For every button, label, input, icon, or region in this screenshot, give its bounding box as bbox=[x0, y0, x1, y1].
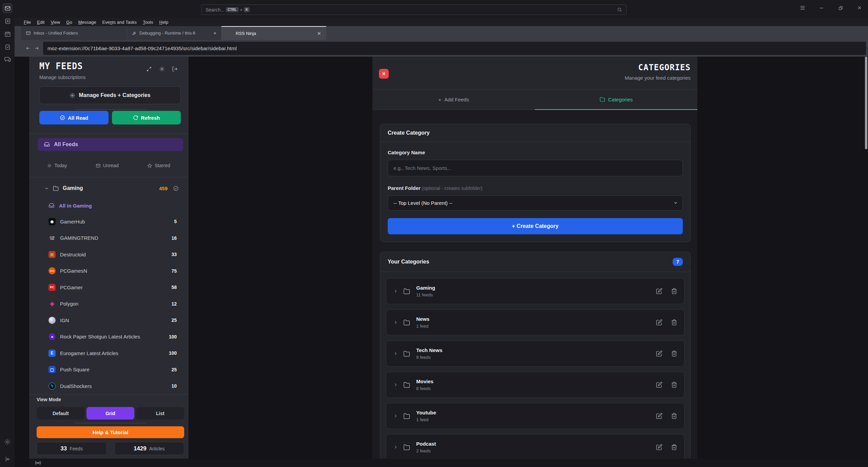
expand-icon[interactable] bbox=[146, 66, 152, 72]
refresh-icon bbox=[133, 115, 138, 120]
all-in-gaming-item[interactable]: All in Gaming bbox=[29, 200, 188, 211]
feed-row[interactable]: E Eurogamer Latest Articles 100 bbox=[29, 345, 188, 362]
menu-item[interactable]: Edit bbox=[34, 20, 47, 25]
chevron-right-icon[interactable] bbox=[393, 382, 398, 387]
chevron-right-icon[interactable] bbox=[393, 413, 398, 419]
address-input[interactable]: moz-extension://0c71b6ae-9033-4a87-ad58-… bbox=[43, 42, 866, 55]
menu-item[interactable]: Message bbox=[75, 20, 99, 25]
feed-row[interactable]: ▣ Destructoid 33 bbox=[29, 246, 188, 263]
forward-icon[interactable] bbox=[32, 45, 41, 51]
tab-close-icon[interactable]: ✕ bbox=[317, 31, 321, 37]
chevron-down-icon[interactable] bbox=[44, 186, 49, 191]
calendar-space-icon[interactable] bbox=[3, 29, 12, 39]
modal-close-button[interactable]: × bbox=[379, 69, 389, 79]
refresh-button[interactable]: Refresh bbox=[112, 111, 181, 124]
trash-icon[interactable] bbox=[671, 382, 677, 388]
filter-starred[interactable]: Starred bbox=[147, 163, 170, 168]
parent-folder-select[interactable]: -- Top Level (No Parent) -- bbox=[388, 195, 683, 211]
trash-icon[interactable] bbox=[671, 288, 677, 294]
menu-item[interactable]: Go bbox=[63, 20, 75, 25]
all-feeds-item[interactable]: All Feeds bbox=[38, 138, 183, 151]
create-category-button[interactable]: + Create Category bbox=[388, 218, 683, 234]
tab-categories[interactable]: Categories bbox=[535, 90, 697, 110]
feed-row[interactable]: » Rock Paper Shotgun Latest Articles 100 bbox=[29, 329, 188, 345]
menu-bar: File Edit View Go Message Events and Tas… bbox=[15, 18, 868, 26]
chevron-right-icon[interactable] bbox=[393, 320, 398, 325]
feed-row[interactable]: ϟ DualShockers 10 bbox=[29, 378, 188, 394]
chevron-right-icon[interactable] bbox=[393, 289, 398, 294]
feed-row[interactable]: GAM TRD GAMINGTREND 16 bbox=[29, 230, 188, 247]
category-row[interactable]: Gaming 11 feeds bbox=[386, 278, 684, 304]
addressbook-space-icon[interactable] bbox=[3, 16, 12, 26]
menu-item[interactable]: File bbox=[21, 20, 34, 25]
menu-item[interactable]: Events and Tasks bbox=[99, 20, 140, 25]
edit-icon[interactable] bbox=[656, 350, 662, 357]
feed-filters: Today Unread Starred bbox=[33, 160, 185, 171]
menu-item[interactable]: Tools bbox=[140, 20, 156, 25]
category-name-input[interactable] bbox=[388, 160, 683, 176]
restore-icon[interactable] bbox=[836, 3, 845, 12]
feed-row[interactable]: ▢ Push Square 25 bbox=[29, 362, 188, 378]
view-mode-button[interactable]: List bbox=[136, 407, 184, 420]
edit-icon[interactable] bbox=[656, 444, 662, 450]
back-icon[interactable] bbox=[23, 45, 32, 51]
tab-add-feeds[interactable]: + Add Feeds bbox=[372, 90, 535, 110]
filter-unread-label: Unread bbox=[103, 163, 119, 168]
edit-icon[interactable] bbox=[656, 413, 662, 419]
logout-icon[interactable] bbox=[172, 66, 178, 72]
feed-icon: ▣ bbox=[49, 251, 56, 258]
tab-rss-ninja[interactable]: RSS Ninja ✕ bbox=[221, 26, 326, 40]
global-search-input[interactable]: Search... CTRL + K bbox=[201, 4, 626, 15]
menu-item[interactable]: Help bbox=[156, 20, 171, 25]
filter-unread[interactable]: Unread bbox=[96, 163, 119, 168]
minimize-icon[interactable] bbox=[817, 3, 826, 12]
mail-space-icon[interactable] bbox=[3, 3, 12, 13]
tab-debugging[interactable]: Debugging - Runtime / this-fi × bbox=[127, 26, 221, 40]
category-row[interactable]: Movies 8 feeds bbox=[386, 372, 684, 398]
all-read-button[interactable]: All Read bbox=[39, 111, 109, 124]
tab-inbox[interactable]: Inbox - Unified Folders bbox=[21, 26, 127, 40]
trash-icon[interactable] bbox=[671, 350, 677, 357]
trash-icon[interactable] bbox=[671, 444, 677, 450]
category-row[interactable]: Youtube 1 feed bbox=[386, 403, 684, 429]
feed-unread-count: 25 bbox=[171, 367, 177, 372]
category-row[interactable]: News 1 feed bbox=[386, 309, 684, 335]
settings-gear-icon[interactable] bbox=[3, 437, 12, 447]
filter-today[interactable]: Today bbox=[47, 163, 67, 168]
help-tutorial-button[interactable]: Help & Tutorial bbox=[37, 426, 184, 438]
view-mode-button[interactable]: Grid bbox=[86, 407, 135, 420]
theme-sun-icon[interactable] bbox=[159, 66, 165, 72]
chevron-right-icon[interactable] bbox=[393, 351, 398, 356]
modal-header: × Categories Manage your feed categories bbox=[372, 57, 697, 89]
collapse-toolbar-icon[interactable] bbox=[3, 454, 12, 464]
trash-icon[interactable] bbox=[671, 413, 677, 419]
filter-starred-label: Starred bbox=[155, 163, 170, 168]
edit-icon[interactable] bbox=[656, 319, 662, 326]
view-mode-label: View Mode bbox=[37, 397, 61, 402]
chat-space-icon[interactable] bbox=[3, 55, 12, 64]
feed-row[interactable]: PC PCGamer 58 bbox=[29, 279, 188, 296]
feed-unread-count: 12 bbox=[171, 301, 177, 307]
trash-icon[interactable] bbox=[671, 319, 677, 326]
feed-row[interactable]: PCG PCGamesN 75 bbox=[29, 263, 188, 279]
edit-icon[interactable] bbox=[656, 288, 662, 294]
app-menu-icon[interactable] bbox=[798, 3, 807, 12]
feed-row[interactable]: IGN 25 bbox=[29, 312, 188, 329]
feed-unread-count: 25 bbox=[171, 317, 177, 323]
manage-feeds-button[interactable]: Manage Feeds + Categories bbox=[39, 86, 181, 104]
chevron-right-icon[interactable] bbox=[393, 445, 398, 450]
feed-row[interactable]: ◉ GamerHub 5 bbox=[29, 213, 188, 230]
mark-read-icon[interactable] bbox=[173, 186, 179, 191]
page-scrollbar-thumb[interactable] bbox=[865, 57, 867, 149]
view-mode-button[interactable]: Default bbox=[37, 407, 85, 420]
category-row[interactable]: Tech News 9 feeds bbox=[386, 340, 684, 367]
tasks-space-icon[interactable] bbox=[3, 42, 12, 52]
feed-row[interactable]: ◈ Polygon 12 bbox=[29, 296, 188, 312]
category-row[interactable]: Podcast 2 feeds bbox=[386, 434, 684, 460]
all-read-label: All Read bbox=[68, 115, 88, 121]
tab-close-icon[interactable]: × bbox=[213, 30, 216, 36]
close-window-icon[interactable] bbox=[855, 3, 864, 12]
edit-icon[interactable] bbox=[656, 382, 662, 388]
menu-item[interactable]: View bbox=[47, 20, 63, 25]
category-gaming-row[interactable]: Gaming 459 bbox=[29, 182, 188, 194]
